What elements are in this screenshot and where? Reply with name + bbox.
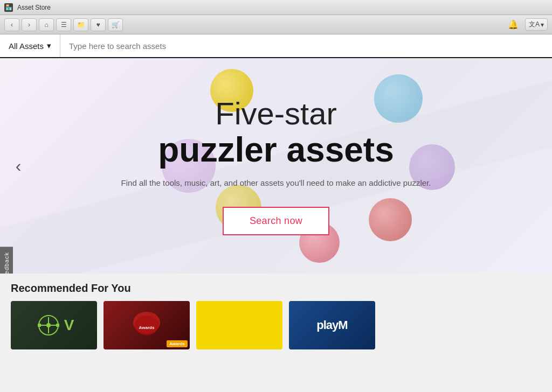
search-input[interactable] [60, 41, 552, 51]
recommended-title: Recommended For You [11, 282, 541, 295]
heart-button[interactable]: ♥ [91, 18, 106, 31]
search-bar: All Assets ▾ [0, 34, 552, 58]
rec-card-1[interactable]: V [11, 301, 97, 349]
app-icon: 🏪 [4, 3, 13, 12]
nav-right: 🔔 文A ▾ [506, 18, 548, 31]
svg-rect-4 [38, 324, 41, 327]
nav-bar: ‹ › ⌂ ☰ 📁 ♥ 🛒 🔔 文A ▾ [0, 15, 552, 34]
feedback-tab[interactable]: Feedback [0, 247, 13, 274]
hero-prev-button[interactable]: ‹ [9, 153, 28, 179]
card-2-graphic: Awards [128, 306, 165, 344]
recommended-section: Recommended For You V [0, 274, 552, 392]
card-1-graphic [35, 312, 62, 339]
language-button[interactable]: 文A ▾ [525, 18, 548, 31]
recommended-cards-container: V Awards Awards playM [11, 301, 541, 349]
title-bar-title: Asset Store [17, 4, 51, 11]
hero-title-light: Five-star [121, 96, 431, 131]
svg-text:Awards: Awards [139, 325, 155, 330]
svg-rect-5 [56, 324, 59, 327]
rec-card-4[interactable]: playM [289, 301, 375, 349]
home-button[interactable]: ⌂ [39, 18, 54, 31]
search-now-button[interactable]: Search now [223, 207, 329, 235]
category-chevron-icon: ▾ [47, 41, 51, 51]
hero-subtitle: Find all the tools, music, art, and othe… [121, 177, 431, 190]
hero-title-bold: puzzler assets [121, 131, 431, 169]
folder-button[interactable]: 📁 [73, 18, 88, 31]
hero-banner: ‹ Feedback Five-star puzzler assets Find… [0, 58, 552, 274]
title-bar: 🏪 Asset Store [0, 0, 552, 15]
svg-point-3 [46, 323, 51, 327]
rec-card-2[interactable]: Awards Awards [104, 301, 190, 349]
category-label: All Assets [9, 41, 44, 51]
back-button[interactable]: ‹ [4, 18, 19, 31]
bell-icon[interactable]: 🔔 [506, 18, 521, 31]
list-button[interactable]: ☰ [56, 18, 71, 31]
hero-content: Five-star puzzler assets Find all the to… [121, 96, 431, 235]
cart-button[interactable]: 🛒 [108, 18, 123, 31]
category-dropdown[interactable]: All Assets ▾ [0, 34, 60, 57]
forward-button[interactable]: › [22, 18, 37, 31]
rec-card-3[interactable] [196, 301, 282, 349]
